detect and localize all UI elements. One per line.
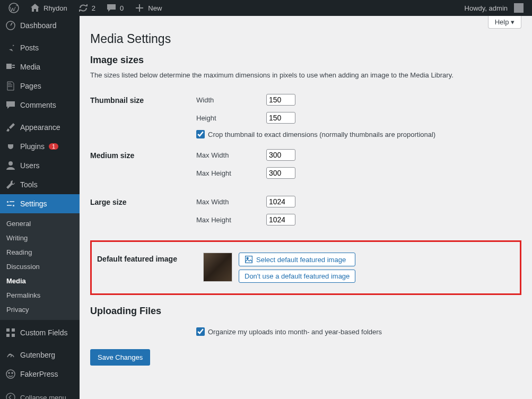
medium-width-input[interactable] xyxy=(266,149,295,161)
dfi-thumbnail-preview xyxy=(203,253,232,282)
settings-icon xyxy=(5,198,16,209)
thumbnail-crop-checkbox[interactable] xyxy=(196,130,205,138)
sidebar-item-users[interactable]: Users xyxy=(0,156,80,175)
admin-toolbar: Rhydon 2 0 New Howdy, admin xyxy=(0,0,532,16)
settings-submenu: General Writing Reading Discussion Media… xyxy=(0,213,80,320)
page-title: Media Settings xyxy=(90,32,521,46)
submenu-media[interactable]: Media xyxy=(0,274,80,288)
medium-height-input[interactable] xyxy=(266,167,295,179)
sidebar-item-custom-fields[interactable]: Custom Fields xyxy=(0,323,80,342)
svg-rect-10 xyxy=(12,334,15,337)
large-heading: Large size xyxy=(90,190,196,237)
default-featured-image-section: Default featured image Select default fe… xyxy=(90,240,521,295)
admin-sidebar: Dashboard Posts Media Pages Comments App… xyxy=(0,16,80,399)
sidebar-item-pages[interactable]: Pages xyxy=(0,76,80,96)
site-name-link[interactable]: Rhydon xyxy=(25,0,72,16)
sidebar-item-plugins[interactable]: Plugins1 xyxy=(0,137,80,156)
select-default-featured-image-button[interactable]: Select default featured image xyxy=(239,253,355,266)
greeting-text: Howdy, admin xyxy=(465,4,508,12)
thumbnail-width-label: Width xyxy=(196,96,260,104)
sidebar-item-dashboard[interactable]: Dashboard xyxy=(0,16,80,35)
thumbnail-crop-label: Crop thumbnail to exact dimensions (norm… xyxy=(208,131,435,138)
new-content-link[interactable]: New xyxy=(130,0,166,16)
wrench-icon xyxy=(5,179,16,190)
dfi-heading: Default featured image xyxy=(97,247,203,288)
medium-heading: Medium size xyxy=(90,144,196,190)
sidebar-item-fakerpress[interactable]: FakerPress xyxy=(0,365,80,384)
sidebar-item-comments[interactable]: Comments xyxy=(0,96,80,115)
user-icon xyxy=(5,160,16,171)
brush-icon xyxy=(5,122,16,133)
svg-rect-9 xyxy=(6,334,10,337)
updates-link[interactable]: 2 xyxy=(74,0,100,16)
thumbnail-height-label: Height xyxy=(196,114,260,122)
grid-icon xyxy=(5,327,16,338)
submenu-privacy[interactable]: Privacy xyxy=(0,302,80,317)
refresh-icon xyxy=(78,3,89,13)
home-icon xyxy=(30,3,40,13)
faker-icon xyxy=(5,369,16,379)
large-height-label: Max Height xyxy=(196,216,260,224)
avatar xyxy=(514,3,524,13)
medium-height-label: Max Height xyxy=(196,169,260,177)
uploading-files-heading: Uploading Files xyxy=(90,306,521,317)
plug-icon xyxy=(5,141,16,152)
comment-icon xyxy=(5,100,16,110)
save-changes-button[interactable]: Save Changes xyxy=(90,349,150,366)
remove-default-featured-image-button[interactable]: Don't use a default featured image xyxy=(239,270,355,283)
new-label: New xyxy=(148,4,162,12)
svg-point-2 xyxy=(8,161,13,166)
image-sizes-description: The sizes listed below determine the max… xyxy=(90,71,521,79)
image-sizes-heading: Image sizes xyxy=(90,55,521,66)
gutenberg-icon xyxy=(5,350,16,360)
sidebar-item-media[interactable]: Media xyxy=(0,57,80,76)
comments-link[interactable]: 0 xyxy=(102,0,128,16)
large-width-input[interactable] xyxy=(266,196,295,207)
main-content: Help ▾ Media Settings Image sizes The si… xyxy=(80,16,532,399)
sidebar-item-posts[interactable]: Posts xyxy=(0,38,80,57)
updates-count: 2 xyxy=(92,4,95,12)
collapse-icon xyxy=(5,392,16,399)
svg-point-11 xyxy=(6,370,15,378)
pin-icon xyxy=(5,42,16,53)
comment-icon xyxy=(106,3,117,13)
sidebar-item-gutenberg[interactable]: Gutenberg xyxy=(0,345,80,365)
site-name: Rhydon xyxy=(43,4,67,12)
media-icon xyxy=(5,62,16,72)
svg-rect-4 xyxy=(10,201,14,202)
submenu-reading[interactable]: Reading xyxy=(0,245,80,259)
svg-point-16 xyxy=(247,257,248,259)
svg-rect-15 xyxy=(246,256,252,263)
submenu-writing[interactable]: Writing xyxy=(0,231,80,245)
plugin-update-badge: 1 xyxy=(49,143,58,150)
thumbnail-width-input[interactable] xyxy=(266,94,295,106)
submenu-general[interactable]: General xyxy=(0,216,80,231)
svg-rect-7 xyxy=(6,328,10,332)
svg-rect-5 xyxy=(13,205,14,206)
comments-count: 0 xyxy=(120,4,124,12)
sidebar-item-tools[interactable]: Tools xyxy=(0,175,80,194)
svg-rect-3 xyxy=(7,201,8,203)
svg-rect-6 xyxy=(7,205,12,206)
sidebar-item-appearance[interactable]: Appearance xyxy=(0,118,80,137)
dashboard-icon xyxy=(5,20,16,31)
wp-logo[interactable] xyxy=(4,0,23,16)
pages-icon xyxy=(5,81,16,91)
organize-uploads-checkbox[interactable] xyxy=(196,327,205,336)
svg-point-12 xyxy=(8,372,10,374)
chevron-down-icon: ▾ xyxy=(511,18,514,26)
svg-rect-8 xyxy=(12,328,15,332)
sidebar-item-settings[interactable]: Settings xyxy=(0,194,80,213)
svg-point-13 xyxy=(12,372,13,374)
thumbnail-heading: Thumbnail size xyxy=(90,89,196,144)
organize-uploads-label: Organize my uploads into month- and year… xyxy=(208,328,382,336)
submenu-discussion[interactable]: Discussion xyxy=(0,259,80,274)
help-tab[interactable]: Help ▾ xyxy=(488,16,521,29)
submenu-permalinks[interactable]: Permalinks xyxy=(0,288,80,302)
thumbnail-height-input[interactable] xyxy=(266,112,295,124)
medium-width-label: Max Width xyxy=(196,151,260,159)
collapse-menu-button[interactable]: Collapse menu xyxy=(0,387,80,399)
large-height-input[interactable] xyxy=(266,214,295,225)
wordpress-icon xyxy=(8,3,19,13)
account-link[interactable]: Howdy, admin xyxy=(460,0,528,16)
